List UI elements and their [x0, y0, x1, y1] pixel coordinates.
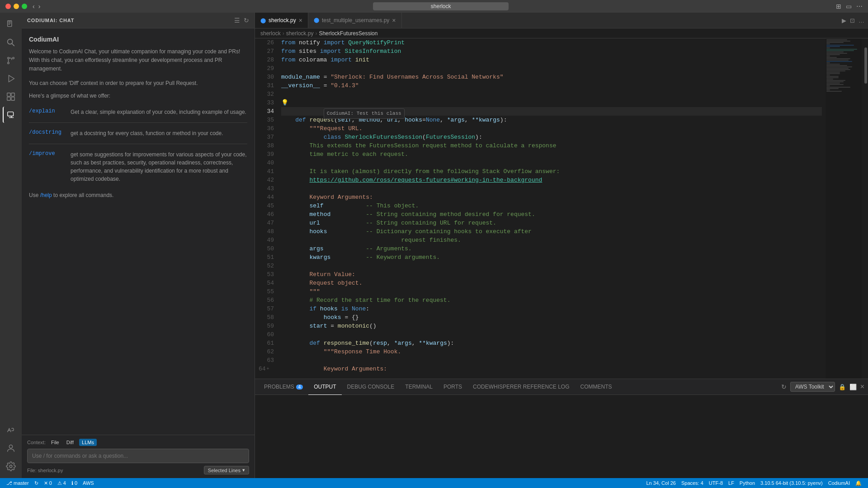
tab-sherlock-py[interactable]: ⬤ sherlock.py ×	[255, 13, 308, 28]
command-docstring-name[interactable]: /docstring	[29, 129, 65, 136]
svg-point-15	[9, 445, 12, 448]
chat-header-name: CodiumAI	[29, 36, 247, 43]
context-buttons: Context: File Diff LLMs	[27, 439, 249, 446]
warnings-status[interactable]: ⚠ 4	[55, 478, 69, 488]
errors-status[interactable]: ✕ 0	[41, 478, 55, 488]
spaces-status[interactable]: Spaces: 4	[679, 478, 706, 488]
split-editor-icon[interactable]: ⊞	[836, 3, 841, 10]
line-num-60: 60	[259, 330, 274, 339]
tab-icon-test: ⬤	[314, 17, 319, 23]
aws-toolkit-select[interactable]: AWS Toolkit	[790, 382, 835, 392]
panel-maximize-icon[interactable]: ⬜	[849, 384, 857, 390]
maximize-button[interactable]	[22, 4, 27, 9]
chat-glimpse-text: Here's a glimpse of what we offer:	[29, 93, 247, 99]
help-link[interactable]: /help	[40, 192, 52, 198]
panel-title: CODIUMAI: CHAT	[27, 18, 74, 23]
panel-tab-ports[interactable]: PORTS	[438, 379, 467, 395]
account-icon[interactable]	[3, 440, 19, 456]
line-num-36: 36	[259, 124, 274, 133]
code-line-46: method -- String containing method desir…	[281, 210, 822, 219]
panel-tab-terminal[interactable]: TERMINAL	[400, 379, 438, 395]
codiumai-icon[interactable]	[3, 107, 19, 123]
panel-refresh-icon[interactable]: ↻	[244, 17, 249, 24]
info-count: 0	[75, 480, 77, 486]
panel-menu-icon[interactable]: ☰	[234, 17, 240, 24]
more-icon[interactable]: ⋯	[856, 3, 863, 10]
search-bar[interactable]: sherlock	[373, 2, 509, 10]
minimap	[826, 38, 862, 379]
command-explain-name[interactable]: /explain	[29, 108, 65, 114]
line-num-62: 62	[259, 347, 274, 356]
panel-close-icon[interactable]: ×	[860, 383, 864, 391]
split-editor-icon[interactable]: ⊡	[850, 17, 855, 24]
breadcrumb: sherlock › sherlock.py › SherlockFutures…	[255, 28, 868, 38]
language-status[interactable]: Python	[737, 478, 758, 488]
terminal-label: TERMINAL	[405, 384, 433, 390]
chat-file-label: File: sherlock.py	[27, 468, 63, 473]
problems-badge: 4	[296, 385, 303, 389]
explorer-icon[interactable]	[3, 16, 19, 33]
nav-back-button[interactable]: ‹	[33, 3, 35, 10]
layout-icon[interactable]: ▭	[846, 3, 852, 10]
error-count: 0	[49, 480, 52, 486]
python-version-status[interactable]: 3.10.5 64-bit (3.10.5: pyenv)	[758, 478, 826, 488]
editor-body: 26 27 28 29 30 31 32 33 34 35 36 37 38 3…	[255, 38, 868, 379]
scrollbar-thumb[interactable]	[864, 47, 867, 84]
panel-tab-codewhisperer[interactable]: CODEWHISPERER REFERENCE LOG	[467, 379, 575, 395]
source-control-icon[interactable]	[3, 52, 19, 69]
file-context-button[interactable]: File	[49, 439, 61, 446]
refresh-output-icon[interactable]: ↻	[781, 383, 787, 390]
extensions-icon[interactable]	[3, 89, 19, 105]
sync-icon: ↻	[34, 480, 38, 486]
line-num-52: 52	[259, 262, 274, 270]
line-col-status[interactable]: Ln 34, Col 26	[643, 478, 678, 488]
tab-label-sherlock: sherlock.py	[269, 17, 296, 23]
nav-forward-button[interactable]: ›	[38, 3, 41, 10]
aws-status[interactable]: AWS	[80, 478, 97, 488]
code-line-31: __version__ = "0.14.3"	[281, 81, 822, 90]
panel-tab-problems[interactable]: PROBLEMS 4	[259, 379, 308, 395]
close-button[interactable]	[5, 4, 11, 9]
chat-choose-text: You can choose 'Diff' context in order t…	[29, 80, 247, 86]
code-line-59: start = monotonic()	[281, 322, 822, 330]
breadcrumb-file[interactable]: sherlock.py	[286, 30, 314, 37]
tab-test-multiple[interactable]: ⬤ test_multiple_usernames.py ×	[308, 13, 402, 28]
panel-actions: ☰ ↻	[234, 17, 249, 24]
info-status[interactable]: ℹ 0	[69, 478, 80, 488]
command-improve-name[interactable]: /improve	[29, 150, 65, 157]
panel-lock-icon[interactable]: 🔒	[839, 384, 846, 390]
breadcrumb-symbol[interactable]: SherlockFuturesSession	[319, 30, 377, 37]
code-line-27: from sites import SitesInformation	[281, 47, 822, 56]
run-icon[interactable]: ▶	[842, 17, 846, 24]
chat-input[interactable]	[27, 449, 249, 463]
minimize-button[interactable]	[14, 4, 19, 9]
code-area[interactable]: from notify import QueryNotifyPrint from…	[278, 38, 826, 379]
selected-lines-button[interactable]: Selected Lines ▾	[204, 466, 249, 474]
more-actions-icon[interactable]: …	[859, 17, 864, 24]
title-search: sherlock	[46, 2, 836, 10]
line-ending-status[interactable]: LF	[726, 478, 737, 488]
line-numbers: 26 27 28 29 30 31 32 33 34 35 36 37 38 3…	[255, 38, 278, 379]
bell-status[interactable]: 🔔	[853, 478, 864, 488]
aws-icon[interactable]	[3, 422, 19, 438]
branch-status[interactable]: ⎇ master	[4, 478, 32, 488]
panel-tab-output[interactable]: OUTPUT	[308, 379, 341, 395]
svg-point-16	[9, 465, 12, 468]
encoding-status[interactable]: UTF-8	[706, 478, 726, 488]
run-debug-icon[interactable]	[3, 70, 19, 87]
diff-context-button[interactable]: Diff	[65, 439, 75, 446]
llms-context-button[interactable]: LLMs	[79, 439, 97, 446]
tab-close-sherlock[interactable]: ×	[299, 17, 302, 23]
panel-tab-comments[interactable]: COMMENTS	[575, 379, 617, 395]
warning-count: 4	[63, 480, 66, 486]
right-scrollbar[interactable]	[862, 38, 868, 379]
settings-icon[interactable]	[3, 458, 19, 474]
codiumai-status[interactable]: CodiumAI	[826, 478, 853, 488]
search-icon[interactable]	[3, 34, 19, 51]
breadcrumb-root[interactable]: sherlock	[260, 30, 281, 37]
sync-status[interactable]: ↻	[32, 478, 41, 488]
panel-tab-debug[interactable]: DEBUG CONSOLE	[342, 379, 400, 395]
codiumai-text: CodiumAI	[828, 480, 850, 486]
tab-close-test[interactable]: ×	[392, 17, 396, 23]
code-line-61: def response_time(resp, *args, **kwargs)…	[281, 339, 822, 347]
